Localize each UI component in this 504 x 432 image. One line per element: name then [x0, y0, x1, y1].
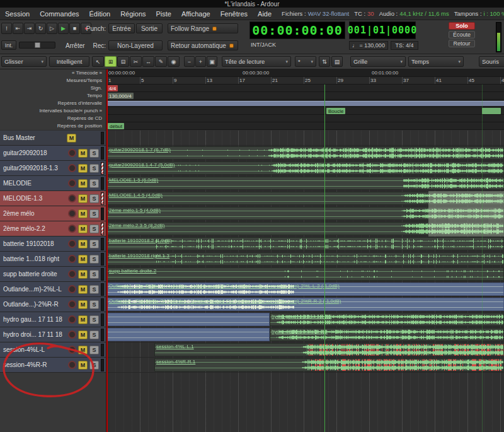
follow-range-button[interactable]: Follow Range — [168, 23, 238, 33]
mute-button[interactable]: M — [67, 134, 76, 143]
solo-button[interactable]: S — [89, 149, 99, 158]
draw-tool-button[interactable]: ✎ — [155, 56, 167, 67]
solo-button[interactable]: S — [89, 361, 99, 370]
save-view-button[interactable]: ▤ — [331, 56, 343, 67]
timeline-row-supp-batterie[interactable]: supp batterie droite.2 — [107, 267, 504, 282]
timeline-row-batterie-right[interactable]: batterie 19102018 right.1-3 — [107, 252, 504, 267]
grid-unit-select[interactable]: Temps▾ — [408, 56, 464, 67]
audio-region[interactable]: session-4%L-L.1 — [154, 343, 504, 356]
mute-button[interactable]: M — [78, 149, 88, 158]
timeline-row-melodie[interactable]: MELODIE.1-5 (6,0dB) — [107, 176, 504, 191]
solo-button[interactable]: S — [89, 330, 99, 339]
record-arm-button[interactable] — [68, 179, 76, 187]
midi-panic-button[interactable]: ! — [1, 23, 12, 34]
audio-region-empty[interactable] — [107, 313, 270, 326]
timeline-row-session-l[interactable]: session-4%L-L.1 — [107, 342, 504, 358]
window-titlebar[interactable]: *L'irlandais - Ardour — [0, 0, 504, 8]
mute-button[interactable]: M — [78, 255, 88, 264]
play-range-button[interactable]: ▷ — [47, 23, 57, 34]
tempo-marker[interactable]: 130,000/4 — [107, 93, 134, 99]
loop-end-marker[interactable] — [482, 108, 501, 114]
timeline-row-session-r[interactable]: session-4%R-R.1 — [107, 358, 504, 373]
track-header-supp-batterie-droite[interactable]: supp batterie droite M S — [0, 267, 106, 282]
ruler-label-range-markers[interactable]: Repères d'intervalle — [0, 100, 106, 107]
track-header-2eme-melo-2-2[interactable]: 2ème mélo-2.2 M S — [0, 221, 106, 236]
record-arm-button[interactable] — [68, 300, 76, 308]
audio-region[interactable]: hydro droite 17 11 18-2.2 — [270, 328, 504, 341]
snap-unit-select[interactable]: *▾ — [295, 56, 316, 67]
tempo-ruler[interactable]: 130,000/4 — [107, 92, 504, 100]
menu-session[interactable]: Session — [0, 10, 35, 18]
record-arm-button[interactable] — [68, 149, 76, 157]
cut-tool-button[interactable]: ✂ — [130, 56, 142, 67]
track-header-outlander-r[interactable]: Outlande...)-2%R-R M S — [0, 297, 106, 312]
grab-tool-button[interactable]: ⊞ — [105, 56, 117, 67]
record-arm-button[interactable] — [68, 346, 76, 354]
mute-button[interactable]: M — [78, 194, 88, 203]
record-arm-button[interactable] — [68, 225, 76, 233]
solo-button[interactable]: S — [89, 285, 99, 294]
track-header-bus-master[interactable]: Bus Master M — [0, 131, 106, 146]
zoom-focus-select[interactable]: Tête de lecture▾ — [222, 56, 291, 67]
range-tool-button[interactable]: ⊟ — [117, 56, 129, 67]
timesig-display[interactable]: TS: 4/4 — [391, 41, 418, 50]
record-arm-button[interactable] — [68, 270, 76, 278]
menu-commandes[interactable]: Commandes — [35, 10, 84, 18]
menu-piste[interactable]: Piste — [151, 10, 176, 18]
mute-button[interactable]: M — [78, 346, 88, 354]
record-arm-button[interactable] — [68, 315, 76, 324]
auto-return-button[interactable]: Retour automatique — [168, 40, 238, 50]
audio-region[interactable]: Outlander - The Battle Of Culloden - Uni… — [107, 298, 504, 311]
rec-mode-button[interactable]: Non-Layered — [108, 40, 163, 50]
ruler-label-tempo[interactable]: Tempo — [0, 92, 106, 100]
ruler-label-bars[interactable]: Mesures/Temps — [0, 77, 106, 85]
primary-clock[interactable]: 00:00:00:00 — [249, 21, 345, 39]
audio-region[interactable]: batterie 19102018.2 (1,9dB) — [107, 237, 504, 250]
record-arm-button[interactable] — [68, 330, 76, 339]
timeline-row-outlander-r[interactable]: Outlander - The Battle Of Culloden - Uni… — [107, 297, 504, 312]
stop-button[interactable]: ■ — [69, 23, 80, 34]
listen-button[interactable]: Écoute — [449, 31, 475, 38]
audio-region[interactable]: Outlander - The Battle Of Culloden - Uni… — [107, 283, 504, 296]
cd-marker-ruler[interactable] — [107, 115, 504, 122]
track-header-hydro-droite[interactable]: hydro droi... 17 11 18 M S — [0, 327, 106, 342]
track-header-session-l[interactable]: session-4%L-L M S — [0, 342, 106, 358]
track-header-batterie-right[interactable]: batterie 1...018 right M S — [0, 252, 106, 267]
menu-aide[interactable]: Aide — [253, 10, 277, 18]
timeline-row-guitar[interactable]: guitar29092018.1-7 (6,7dB) — [107, 146, 504, 161]
go-to-end-button[interactable]: ⇥ — [24, 23, 35, 34]
mute-button[interactable]: M — [78, 164, 88, 173]
mute-button[interactable]: M — [78, 270, 88, 279]
loop-marker[interactable]: Boucle — [326, 108, 345, 114]
timecode-ruler[interactable]: 00:00:00:00 00:00:30:00 00:01:00:00 — [107, 69, 504, 77]
audio-region[interactable]: session-4%R-R.1 — [154, 358, 504, 371]
record-arm-button[interactable] — [68, 164, 76, 172]
track-header-outlander-l[interactable]: Outlande...m)-2%L-L M S — [0, 282, 106, 297]
audio-region[interactable]: MELODIE.1-5 (6,0dB) — [107, 177, 504, 190]
ruler-label-timecode[interactable]: « Timecode » — [0, 69, 106, 77]
record-arm-button[interactable] — [68, 255, 76, 263]
track-header-batterie-19102018[interactable]: batterie 19102018 M S — [0, 236, 106, 252]
solo-button[interactable]: S — [89, 270, 99, 279]
zoom-out-button[interactable]: − — [184, 56, 195, 67]
ruler-label-location-markers[interactable]: Repères de position — [0, 122, 106, 130]
mute-button[interactable]: M — [78, 209, 88, 218]
menu-fenetres[interactable]: Fenêtres — [215, 10, 253, 18]
track-header-melodie[interactable]: MELODIE M S — [0, 176, 106, 191]
location-marker-ruler[interactable]: début — [107, 122, 504, 130]
solo-button[interactable]: S — [89, 255, 99, 264]
track-header-melodie-1-3[interactable]: MELODIE-1.3 M S — [0, 191, 106, 206]
solo-button[interactable]: S — [89, 209, 99, 218]
loop-punch-ruler[interactable]: Boucle — [107, 107, 504, 115]
solo-button[interactable]: S — [89, 240, 99, 248]
zoom-in-button[interactable]: + — [195, 56, 206, 67]
record-arm-button[interactable] — [68, 240, 76, 248]
timeline-row-outlander-l[interactable]: Outlander - The Battle Of Culloden - Uni… — [107, 282, 504, 297]
meter-ruler[interactable]: 4/4 — [107, 85, 504, 92]
bars-ruler[interactable]: 1 5 9 13 17 21 25 29 33 37 41 45 49 — [107, 77, 504, 85]
meter-marker[interactable]: 4/4 — [107, 85, 118, 91]
edit-point-select[interactable]: Souris — [479, 56, 504, 67]
smart-tool-button[interactable]: ↖ — [92, 56, 104, 67]
timeline-row-guitar-1-3[interactable]: guitar29092018.1.4-7 (5,0dB) — [107, 161, 504, 176]
mute-button[interactable]: M — [78, 300, 88, 309]
